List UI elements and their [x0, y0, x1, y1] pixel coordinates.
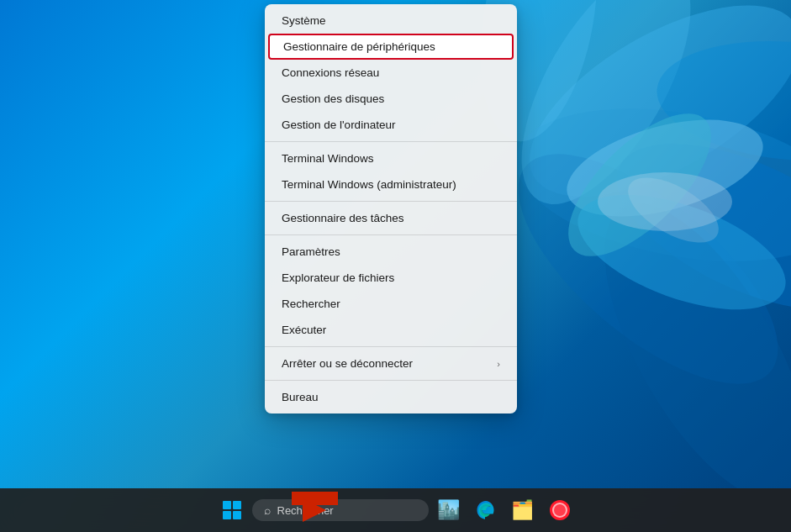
desktop: Système Gestionnaire de périphériques Co…	[0, 0, 791, 532]
city-icon: 🏙️	[437, 499, 460, 521]
menu-separator-4	[265, 346, 517, 347]
menu-item-gestionnaire-peripheriques[interactable]: Gestionnaire de périphériques	[268, 34, 514, 60]
opera-button[interactable]	[543, 493, 577, 527]
context-menu: Système Gestionnaire de périphériques Co…	[265, 4, 517, 413]
taskbar-center: ⌕ Rechercher 🏙️	[215, 493, 577, 527]
menu-separator-2	[265, 201, 517, 202]
arrow-head	[303, 498, 361, 522]
menu-item-explorateur[interactable]: Explorateur de fichiers	[265, 265, 517, 291]
menu-item-gestion-ordinateur[interactable]: Gestion de l'ordinateur	[265, 112, 517, 138]
menu-separator-1	[265, 141, 517, 142]
submenu-arrow-icon: ›	[497, 359, 500, 369]
windows-logo-icon	[223, 501, 241, 519]
menu-separator-3	[265, 234, 517, 235]
file-explorer-button[interactable]: 🗂️	[506, 493, 540, 527]
city-icon-button[interactable]: 🏙️	[432, 493, 466, 527]
menu-item-executer[interactable]: Exécuter	[265, 317, 517, 343]
menu-item-terminal-windows-admin[interactable]: Terminal Windows (administrateur)	[265, 171, 517, 198]
menu-item-bureau[interactable]: Bureau	[265, 384, 517, 410]
menu-item-parametres[interactable]: Paramètres	[265, 239, 517, 265]
menu-item-connexions-reseau[interactable]: Connexions réseau	[265, 60, 517, 86]
menu-item-arreter[interactable]: Arrêter ou se déconnecter ›	[265, 350, 517, 377]
menu-item-gestionnaire-taches[interactable]: Gestionnaire des tâches	[265, 205, 517, 231]
menu-item-rechercher[interactable]: Rechercher	[265, 291, 517, 317]
edge-icon	[475, 499, 497, 521]
edge-button[interactable]	[469, 493, 503, 527]
menu-item-gestion-disques[interactable]: Gestion des disques	[265, 86, 517, 112]
opera-icon	[550, 500, 570, 520]
red-arrow	[303, 498, 361, 522]
start-button[interactable]	[215, 493, 249, 527]
menu-item-terminal-windows[interactable]: Terminal Windows	[265, 145, 517, 171]
taskbar: ⌕ Rechercher 🏙️	[0, 488, 791, 532]
menu-separator-5	[265, 380, 517, 381]
menu-item-systeme[interactable]: Système	[265, 8, 517, 34]
folder-icon: 🗂️	[511, 499, 534, 521]
search-icon: ⌕	[264, 503, 271, 517]
